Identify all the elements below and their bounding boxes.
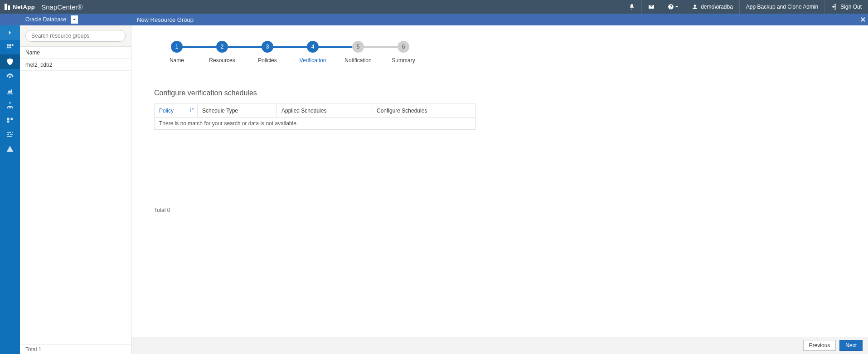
chart-icon	[6, 87, 14, 95]
help-icon	[668, 4, 674, 10]
step-summary: 6 Summary	[381, 41, 426, 64]
step-label: Name	[170, 57, 184, 64]
next-label: Next	[845, 342, 857, 349]
rail-resources[interactable]	[0, 54, 20, 69]
brand-company: NetApp	[13, 4, 35, 10]
previous-label: Previous	[809, 342, 830, 349]
wizard-main: 1 Name 2 Resources 3 Policies 4 Verifica…	[131, 25, 868, 354]
step-notification: 5 Notification	[335, 41, 381, 64]
previous-button[interactable]: Previous	[803, 340, 836, 351]
sliders-icon	[6, 130, 14, 138]
step-label: Notification	[344, 57, 371, 64]
step-label: Resources	[209, 57, 235, 64]
close-wizard-button[interactable]	[860, 14, 866, 25]
step-name[interactable]: 1 Name	[154, 41, 199, 64]
close-icon	[860, 16, 866, 23]
brand-product: SnapCenter®	[41, 3, 82, 11]
brand: NetApp SnapCenter®	[5, 3, 82, 11]
caret-down-icon	[73, 18, 76, 21]
messages-button[interactable]	[641, 0, 661, 14]
search-input[interactable]	[25, 30, 126, 42]
step-number: 3	[262, 41, 273, 53]
wizard-footer: Previous Next	[131, 337, 868, 354]
col-policy-label: Policy	[159, 108, 174, 114]
chevron-right-icon	[6, 29, 14, 37]
user-name: demo\oradba	[701, 4, 733, 10]
resource-row[interactable]: rhel2_cdb2	[20, 59, 131, 71]
notifications-button[interactable]	[622, 0, 641, 14]
rail-settings[interactable]	[0, 127, 20, 142]
role-label[interactable]: App Backup and Clone Admin	[739, 0, 824, 14]
netapp-logo-icon	[5, 4, 10, 10]
warning-icon	[6, 145, 14, 153]
step-number: 6	[398, 41, 409, 53]
shield-check-icon	[6, 58, 14, 66]
topbar-right: demo\oradba App Backup and Clone Admin S…	[622, 0, 868, 14]
help-button[interactable]	[661, 0, 685, 14]
col-configure-label: Configure Schedules	[377, 108, 427, 114]
next-button[interactable]: Next	[839, 340, 863, 351]
step-label: Verification	[300, 57, 326, 64]
sort-icon[interactable]	[189, 107, 194, 114]
step-number: 1	[171, 41, 183, 53]
caret-down-icon	[675, 5, 679, 9]
rail-alerts[interactable]	[0, 142, 20, 156]
sign-out-icon	[831, 4, 838, 10]
body: Name rhel2_cdb2 Total 1 1 Name 2 Resourc…	[0, 25, 868, 354]
table-body: There is no match for your search or dat…	[155, 118, 475, 129]
db-selector[interactable]: Oracle Database	[0, 14, 131, 25]
gauge-icon	[6, 72, 14, 80]
sign-out-button[interactable]: Sign Out	[824, 0, 868, 14]
empty-row: There is no match for your search or dat…	[155, 118, 475, 129]
step-number: 2	[216, 41, 228, 53]
sitemap-icon	[6, 101, 14, 109]
rail-hosts[interactable]	[0, 98, 20, 113]
name-header[interactable]: Name	[20, 46, 131, 59]
step-label: Policies	[258, 57, 276, 64]
resource-name: rhel2_cdb2	[25, 62, 52, 68]
rail-expand-button[interactable]	[0, 25, 20, 40]
col-schedule-type[interactable]: Schedule Type	[198, 104, 277, 117]
col-applied-label: Applied Schedules	[281, 108, 326, 114]
grid-icon	[6, 43, 14, 51]
schedule-table: Policy Schedule Type Applied Schedules C…	[154, 103, 476, 130]
db-name: Oracle Database	[25, 16, 66, 23]
col-policy[interactable]: Policy	[155, 104, 198, 117]
step-resources[interactable]: 2 Resources	[199, 41, 245, 64]
rail-dashboard[interactable]	[0, 40, 20, 54]
wizard-steps: 1 Name 2 Resources 3 Policies 4 Verifica…	[154, 41, 868, 64]
table-total: Total 0	[154, 207, 868, 213]
nav-rail	[0, 25, 20, 354]
section-title: Configure verification schedules	[154, 89, 868, 97]
role-text: App Backup and Clone Admin	[746, 4, 818, 10]
step-label: Summary	[392, 57, 415, 64]
bell-icon	[629, 4, 635, 10]
left-panel: Name rhel2_cdb2 Total 1	[20, 25, 131, 354]
rail-reports[interactable]	[0, 84, 20, 98]
table-header: Policy Schedule Type Applied Schedules C…	[155, 104, 475, 118]
name-header-label: Name	[25, 49, 40, 56]
sign-out-label: Sign Out	[840, 4, 862, 10]
top-bar: NetApp SnapCenter® demo\oradba App Backu…	[0, 0, 868, 14]
col-applied[interactable]: Applied Schedules	[277, 104, 372, 117]
db-dropdown-button[interactable]	[71, 15, 78, 24]
col-configure[interactable]: Configure Schedules	[372, 104, 475, 117]
left-total: Total 1	[20, 344, 131, 354]
step-number: 4	[307, 41, 319, 53]
blocks-icon	[6, 116, 14, 124]
search-wrap	[20, 25, 131, 46]
left-total-label: Total 1	[25, 346, 41, 353]
col-schedule-label: Schedule Type	[202, 108, 238, 114]
rail-monitor[interactable]	[0, 69, 20, 84]
step-number: 5	[352, 41, 364, 53]
page-title: New Resource Group	[137, 16, 194, 23]
step-policies[interactable]: 3 Policies	[245, 41, 290, 64]
mail-icon	[648, 4, 655, 10]
rail-storage[interactable]	[0, 113, 20, 127]
user-icon	[692, 4, 698, 10]
user-menu[interactable]: demo\oradba	[685, 0, 739, 14]
step-verification[interactable]: 4 Verification	[290, 41, 335, 64]
sub-header: Oracle Database New Resource Group	[0, 14, 868, 25]
